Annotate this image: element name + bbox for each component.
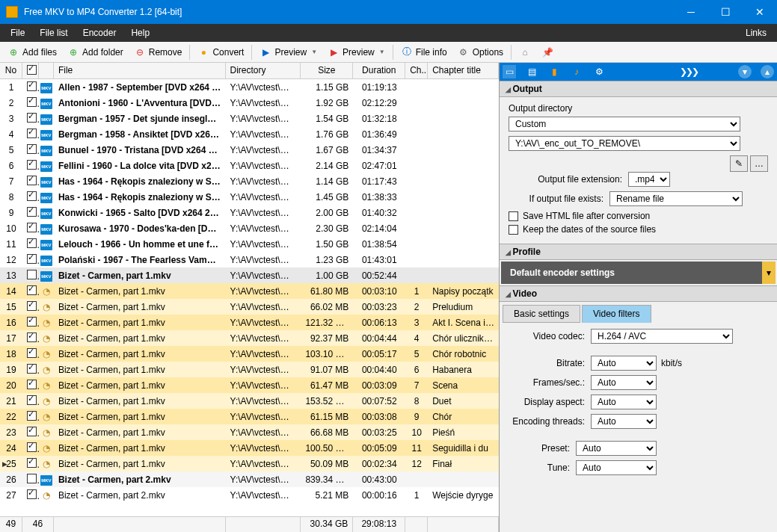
tab-basic-settings[interactable]: Basic settings (503, 305, 580, 323)
threads-select[interactable]: Auto (591, 414, 657, 429)
row-checkbox[interactable] (27, 395, 37, 405)
row-checkbox[interactable] (27, 285, 37, 295)
col-no[interactable]: No (0, 63, 22, 78)
table-row[interactable]: 2MKVAntonioni - 1960 - L'Avventura [DVD … (0, 95, 499, 111)
col-file[interactable]: File (54, 63, 226, 78)
row-checkbox[interactable] (27, 348, 37, 358)
table-row[interactable]: 8MKVHas - 1964 - Rękopis znaleziony w Sa… (0, 189, 499, 205)
tab-video-filters[interactable]: Video filters (582, 305, 651, 323)
row-checkbox[interactable] (27, 191, 37, 201)
col-duration[interactable]: Duration (353, 63, 405, 78)
preset-select[interactable]: Auto (576, 441, 657, 456)
row-checkbox[interactable] (27, 81, 37, 91)
pin-button[interactable]: 📌 (537, 45, 558, 60)
remove-button[interactable]: ⊖ Remove (129, 45, 187, 60)
table-row[interactable]: ▶25◔Bizet - Carmen, part 1.mkvY:\AV\vcte… (0, 456, 499, 471)
col-directory[interactable]: Directory (226, 63, 301, 78)
ext-select[interactable]: .mp4 (628, 172, 670, 187)
table-row[interactable]: 18◔Bizet - Carmen, part 1.mkvY:\AV\vctes… (0, 346, 499, 362)
table-row[interactable]: 22◔Bizet - Carmen, part 1.mkvY:\AV\vctes… (0, 409, 499, 424)
profile-section-header[interactable]: Profile (500, 244, 777, 260)
row-checkbox[interactable] (27, 238, 37, 248)
table-row[interactable]: 11MKVLelouch - 1966 - Un homme et une fe… (0, 236, 499, 252)
row-checkbox[interactable] (27, 442, 37, 452)
browse-button[interactable]: … (750, 155, 768, 172)
circle-up-icon[interactable]: ▴ (761, 65, 774, 78)
file-info-button[interactable]: ⓘ File info (396, 45, 452, 60)
table-row[interactable]: 3MKVBergman - 1957 - Det sjunde inseglet… (0, 111, 499, 126)
table-row[interactable]: 9MKVKonwicki - 1965 - Salto [DVD x264 23… (0, 205, 499, 220)
table-row[interactable]: 20◔Bizet - Carmen, part 1.mkvY:\AV\vctes… (0, 377, 499, 393)
row-checkbox[interactable] (27, 160, 37, 170)
row-checkbox[interactable] (27, 254, 37, 264)
table-row[interactable]: 1MKVAllen - 1987 - September [DVD x264 1… (0, 79, 499, 95)
convert-button[interactable]: ● Convert (193, 45, 248, 60)
bitrate-select[interactable]: Auto (591, 356, 657, 371)
save-html-checkbox[interactable] (509, 211, 518, 221)
menu-file[interactable]: File (3, 25, 32, 41)
row-checkbox[interactable] (27, 411, 37, 421)
tab-film-icon[interactable]: ▮ (547, 65, 561, 78)
row-checkbox[interactable] (27, 317, 37, 327)
row-checkbox[interactable] (27, 427, 37, 436)
row-checkbox[interactable] (27, 458, 37, 468)
home-button[interactable]: ⌂ (515, 45, 535, 60)
maximize-button[interactable]: ☐ (708, 0, 743, 24)
col-chapter-title[interactable]: Chapter title (428, 63, 499, 78)
tab-folder-icon[interactable]: ▭ (503, 65, 516, 78)
table-row[interactable]: 21◔Bizet - Carmen, part 1.mkvY:\AV\vctes… (0, 393, 499, 409)
preview-button-1[interactable]: ▶ Preview ▼ (255, 45, 322, 60)
menu-links[interactable]: Links (738, 25, 774, 41)
add-files-button[interactable]: ⊕ Add files (3, 45, 61, 60)
codec-select[interactable]: H.264 / AVC (591, 329, 733, 344)
profile-dropdown-icon[interactable]: ▾ (762, 262, 776, 284)
tab-music-icon[interactable]: ♪ (570, 65, 583, 78)
table-row[interactable]: 6MKVFellini - 1960 - La dolce vita [DVD … (0, 158, 499, 173)
row-checkbox[interactable] (27, 489, 37, 499)
add-folder-button[interactable]: ⊕ Add folder (63, 45, 128, 60)
row-checkbox[interactable] (27, 97, 37, 107)
exists-select[interactable]: Rename file (609, 191, 743, 206)
table-row[interactable]: 16◔Bizet - Carmen, part 1.mkvY:\AV\vctes… (0, 315, 499, 330)
close-button[interactable]: ✕ (743, 0, 777, 24)
row-checkbox[interactable] (27, 270, 37, 279)
keep-dates-checkbox[interactable] (509, 225, 518, 235)
menu-help[interactable]: Help (123, 25, 157, 41)
row-checkbox[interactable] (27, 332, 37, 342)
table-row[interactable]: 13MKVBizet - Carmen, part 1.mkvY:\AV\vct… (0, 267, 499, 283)
row-checkbox[interactable] (27, 129, 37, 138)
table-row[interactable]: 7MKVHas - 1964 - Rękopis znaleziony w Sa… (0, 173, 499, 189)
minimize-button[interactable]: ─ (674, 0, 708, 24)
preview-button-2[interactable]: ▶ Preview ▼ (323, 45, 390, 60)
row-checkbox[interactable] (27, 364, 37, 374)
output-dir-path-select[interactable]: Y:\AV\_enc_out_TO_REMOVE\ (509, 136, 740, 151)
tune-select[interactable]: Auto (576, 460, 657, 475)
video-section-header[interactable]: Video (500, 285, 777, 302)
table-row[interactable]: 12MKVPolański - 1967 - The Fearless Vamp… (0, 252, 499, 267)
row-checkbox[interactable] (27, 474, 37, 483)
row-checkbox[interactable] (27, 380, 37, 389)
col-ch[interactable]: Ch... (405, 63, 428, 78)
table-row[interactable]: 24◔Bizet - Carmen, part 1.mkvY:\AV\vctes… (0, 440, 499, 456)
table-row[interactable]: 15◔Bizet - Carmen, part 1.mkvY:\AV\vctes… (0, 299, 499, 315)
table-row[interactable]: 19◔Bizet - Carmen, part 1.mkvY:\AV\vctes… (0, 362, 499, 377)
col-checkbox[interactable] (22, 63, 39, 78)
row-checkbox[interactable] (27, 144, 37, 154)
row-checkbox[interactable] (27, 223, 37, 232)
row-checkbox[interactable] (27, 207, 37, 217)
row-checkbox[interactable] (27, 176, 37, 185)
output-dir-mode-select[interactable]: Custom (509, 117, 740, 132)
row-checkbox[interactable] (27, 301, 37, 311)
output-section-header[interactable]: Output (500, 81, 777, 97)
tab-document-icon[interactable]: ▤ (525, 65, 538, 78)
circle-down-icon[interactable]: ▾ (738, 65, 752, 78)
table-row[interactable]: 14◔Bizet - Carmen, part 1.mkvY:\AV\vctes… (0, 283, 499, 299)
tab-gear-icon[interactable]: ⚙ (592, 65, 606, 78)
file-table[interactable]: 1MKVAllen - 1987 - September [DVD x264 1… (0, 79, 499, 516)
edit-path-button[interactable]: ✎ (730, 155, 748, 172)
table-row[interactable]: 17◔Bizet - Carmen, part 1.mkvY:\AV\vctes… (0, 330, 499, 346)
expand-icon[interactable]: ❯❯❯ (680, 66, 698, 77)
table-row[interactable]: 5MKVBunuel - 1970 - Tristana [DVD x264 2… (0, 142, 499, 158)
menu-file-list[interactable]: File list (32, 25, 75, 41)
table-row[interactable]: 23◔Bizet - Carmen, part 1.mkvY:\AV\vctes… (0, 424, 499, 440)
